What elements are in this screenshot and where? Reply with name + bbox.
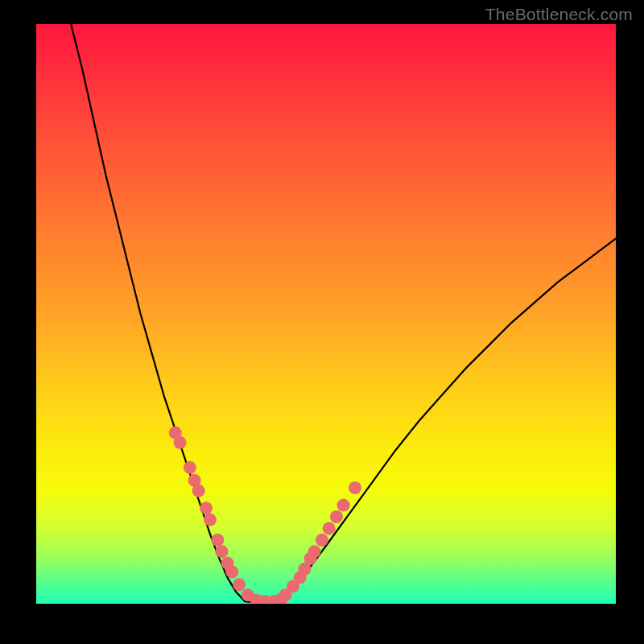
highlight-dot (316, 534, 328, 547)
highlight-dot (215, 545, 228, 558)
chart-frame: TheBottleneck.com (0, 0, 644, 644)
highlight-dot (330, 510, 343, 523)
highlight-dot (184, 461, 196, 474)
highlight-dot (200, 502, 213, 514)
watermark-text: TheBottleneck.com (485, 5, 633, 24)
highlight-dot (211, 534, 224, 547)
plot-area (36, 24, 616, 604)
highlight-dot-outlier (349, 481, 361, 494)
highlight-dot (308, 545, 321, 558)
highlight-dot (174, 436, 187, 449)
highlight-dots-group (169, 427, 361, 604)
highlight-dot (192, 485, 205, 497)
highlight-dot (204, 514, 217, 526)
curve-left (71, 24, 245, 601)
curve-right (277, 238, 616, 601)
highlight-dot (233, 578, 246, 591)
chart-svg (36, 24, 616, 604)
highlight-dot (337, 499, 350, 512)
highlight-dot (225, 565, 238, 578)
highlight-dot (323, 522, 336, 535)
